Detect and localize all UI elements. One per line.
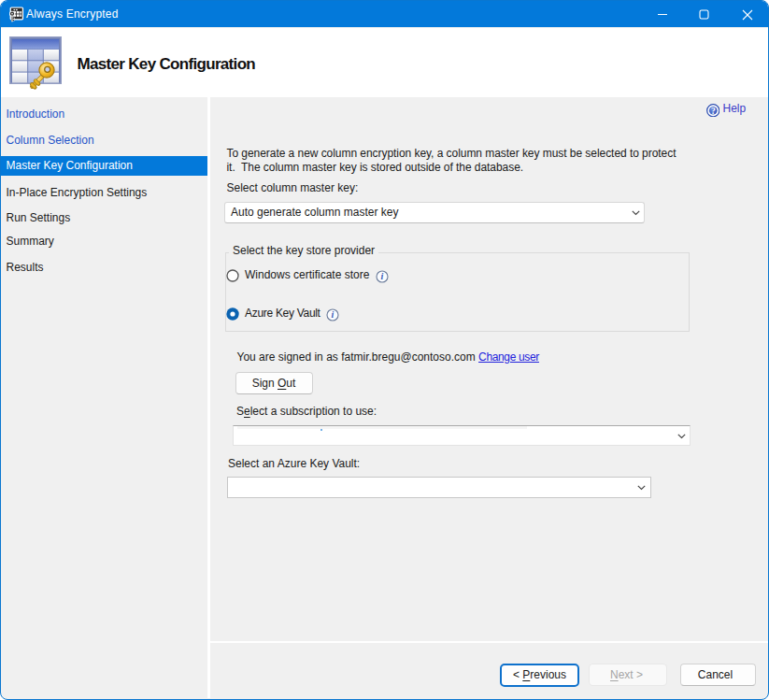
svg-text:i: i [332,309,335,320]
svg-text:i: i [381,271,384,281]
svg-text:?: ? [710,106,715,115]
